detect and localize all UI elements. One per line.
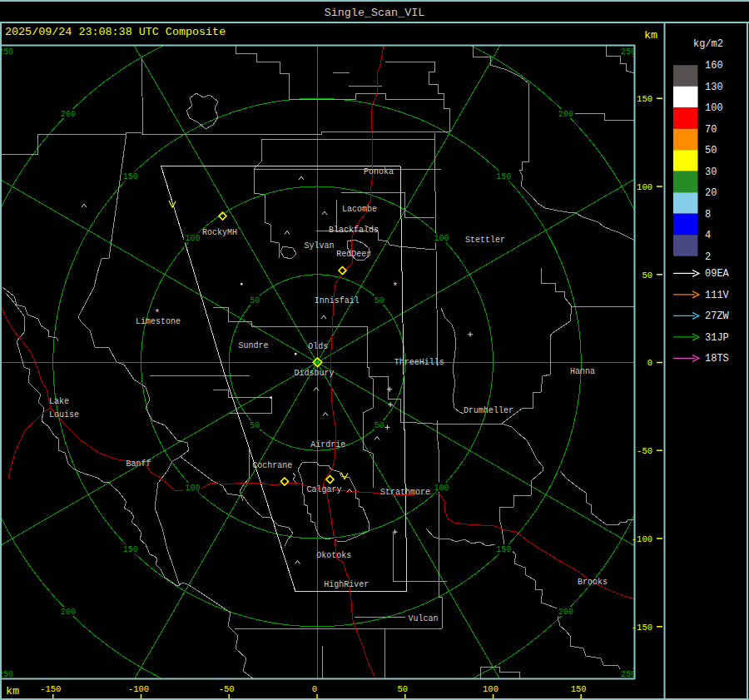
svg-text:km: km bbox=[644, 29, 657, 42]
svg-text:Strathmore: Strathmore bbox=[380, 488, 430, 497]
svg-text:Okotoks: Okotoks bbox=[316, 551, 351, 560]
svg-text:27ZW: 27ZW bbox=[705, 310, 730, 322]
svg-text:30: 30 bbox=[705, 166, 717, 178]
svg-text:200: 200 bbox=[558, 110, 573, 119]
svg-text:Olds: Olds bbox=[308, 342, 328, 351]
svg-text:100: 100 bbox=[434, 234, 449, 243]
svg-text:150: 150 bbox=[123, 545, 138, 554]
svg-text:ThreeHills: ThreeHills bbox=[394, 358, 444, 367]
svg-text:Vulcan: Vulcan bbox=[409, 614, 439, 623]
svg-text:Cochrane: Cochrane bbox=[252, 461, 292, 470]
svg-text:130: 130 bbox=[705, 82, 723, 93]
svg-text:2025/09/24 23:08:38 UTC Compos: 2025/09/24 23:08:38 UTC Composite bbox=[5, 26, 226, 38]
svg-text:50: 50 bbox=[642, 271, 652, 280]
svg-text:-100: -100 bbox=[632, 534, 652, 544]
svg-text:RockyMH: RockyMH bbox=[202, 228, 237, 237]
svg-text:20: 20 bbox=[705, 187, 717, 199]
svg-text:150: 150 bbox=[571, 684, 587, 694]
svg-text:4: 4 bbox=[705, 230, 711, 241]
svg-text:8: 8 bbox=[705, 209, 711, 221]
svg-text:100: 100 bbox=[185, 484, 200, 493]
svg-text:50: 50 bbox=[705, 145, 717, 156]
svg-text:0: 0 bbox=[647, 358, 652, 368]
svg-text:150: 150 bbox=[123, 172, 138, 181]
svg-text:Drumheller: Drumheller bbox=[464, 406, 513, 415]
svg-text:70: 70 bbox=[705, 124, 717, 136]
svg-text:Innisfail: Innisfail bbox=[315, 296, 360, 305]
svg-text:Hanna: Hanna bbox=[570, 367, 595, 376]
svg-text:150: 150 bbox=[496, 172, 511, 181]
svg-text:Sundre: Sundre bbox=[238, 341, 268, 350]
svg-text:-50: -50 bbox=[637, 446, 652, 456]
svg-text:100: 100 bbox=[637, 182, 652, 192]
svg-text:Banff: Banff bbox=[126, 459, 151, 469]
svg-text:Single_Scan_VIL: Single_Scan_VIL bbox=[325, 7, 425, 19]
svg-text:250: 250 bbox=[0, 47, 13, 57]
svg-text:50: 50 bbox=[397, 684, 408, 694]
svg-text:0: 0 bbox=[312, 684, 317, 694]
svg-text:Louise: Louise bbox=[49, 410, 79, 420]
svg-text:Didsbury: Didsbury bbox=[295, 369, 335, 378]
svg-text:Airdrie: Airdrie bbox=[310, 440, 345, 449]
svg-text:250: 250 bbox=[621, 47, 636, 57]
svg-text:50: 50 bbox=[250, 421, 260, 430]
svg-text:Stettler: Stettler bbox=[465, 236, 505, 245]
svg-text:2: 2 bbox=[705, 251, 711, 263]
svg-text:Lacombe: Lacombe bbox=[342, 205, 377, 214]
svg-text:Sylvan: Sylvan bbox=[305, 241, 335, 251]
svg-text:100: 100 bbox=[185, 234, 200, 243]
svg-text:-150: -150 bbox=[632, 623, 652, 633]
svg-text:50: 50 bbox=[250, 296, 260, 305]
svg-text:160: 160 bbox=[705, 60, 723, 72]
svg-text:Limestone: Limestone bbox=[136, 317, 181, 326]
svg-text:*: * bbox=[154, 308, 160, 318]
svg-text:250: 250 bbox=[0, 670, 13, 679]
svg-text:Brooks: Brooks bbox=[578, 578, 608, 587]
svg-text:-50: -50 bbox=[219, 684, 235, 694]
svg-text:200: 200 bbox=[61, 110, 76, 119]
svg-text:-100: -100 bbox=[128, 684, 149, 694]
svg-text:50: 50 bbox=[374, 296, 384, 305]
svg-text:50: 50 bbox=[374, 421, 384, 430]
svg-text:Lake: Lake bbox=[49, 397, 69, 406]
svg-text:-150: -150 bbox=[40, 684, 61, 694]
svg-text:RedDeer: RedDeer bbox=[336, 250, 371, 259]
svg-text:100: 100 bbox=[483, 684, 499, 694]
svg-text:18TS: 18TS bbox=[705, 353, 729, 365]
svg-text:31JP: 31JP bbox=[705, 332, 729, 344]
svg-text:150: 150 bbox=[637, 94, 652, 104]
svg-text:km: km bbox=[6, 685, 19, 698]
svg-text:100: 100 bbox=[434, 484, 449, 493]
svg-text:150: 150 bbox=[496, 545, 511, 554]
svg-text:Blackfalds: Blackfalds bbox=[329, 226, 379, 235]
svg-text:*: * bbox=[392, 281, 398, 291]
svg-text:HighRiver: HighRiver bbox=[324, 580, 369, 589]
svg-text:100: 100 bbox=[705, 102, 723, 114]
svg-text:Ponoka: Ponoka bbox=[364, 167, 394, 176]
svg-text:111V: 111V bbox=[705, 290, 730, 301]
svg-text:Calgary: Calgary bbox=[307, 485, 342, 494]
svg-text:200: 200 bbox=[61, 608, 76, 617]
svg-text:kg/m2: kg/m2 bbox=[693, 38, 723, 50]
svg-text:200: 200 bbox=[558, 608, 573, 617]
svg-text:09EA: 09EA bbox=[705, 268, 730, 280]
svg-text:250: 250 bbox=[621, 670, 636, 679]
